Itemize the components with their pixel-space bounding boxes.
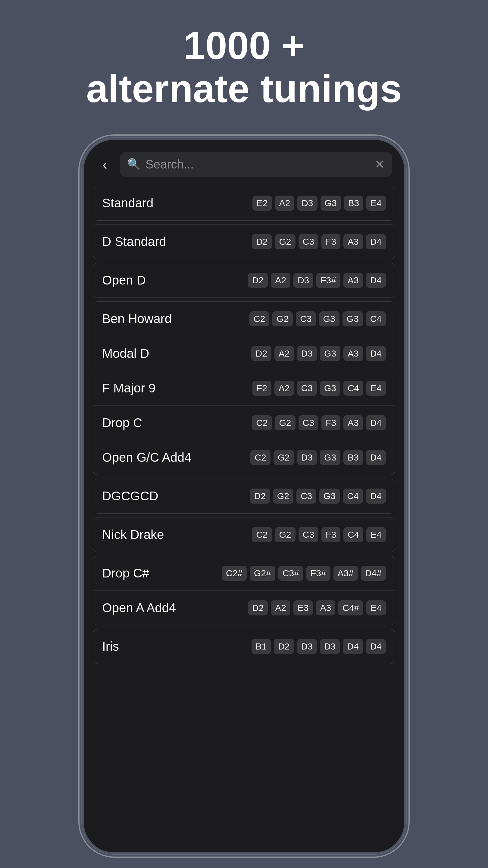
tuning-name: F Major 9 (102, 381, 156, 396)
note-badge: C3 (298, 234, 318, 249)
note-badge: B1 (252, 639, 271, 654)
note-badge: G3 (320, 450, 340, 465)
note-badge: C4 (344, 527, 363, 542)
tuning-row[interactable]: Open G/C Add4C2G2D3G3B3D4 (93, 440, 395, 475)
tuning-row[interactable]: Modal DD2A2D3G3A3D4 (93, 336, 395, 371)
tuning-notes: C2G2C3F3C4E4 (252, 527, 386, 542)
tuning-row[interactable]: StandardE2A2D3G3B3E4 (93, 186, 395, 221)
tuning-name: Drop C (102, 415, 142, 430)
back-button[interactable]: ‹ (96, 155, 114, 173)
note-badge: F3# (316, 273, 340, 288)
tuning-name: D Standard (102, 235, 166, 249)
phone-mockup: ‹ 🔍 Search... ✕ StandardE2A2D3G3B3E4D St… (78, 134, 410, 858)
note-badge: A2 (271, 273, 290, 288)
note-badge: D2 (251, 346, 271, 361)
note-badge: A3 (344, 346, 363, 361)
note-badge: D3 (297, 346, 317, 361)
tuning-row[interactable]: Drop CC2G2C3F3A3D4 (93, 406, 395, 440)
note-badge: D4 (366, 346, 386, 361)
note-badge: D4# (361, 566, 386, 581)
note-badge: E3 (293, 600, 313, 615)
note-badge: D4 (343, 639, 363, 654)
tuning-notes: B1D2D3D3D4D4 (252, 639, 386, 654)
note-badge: C2 (250, 450, 270, 465)
hero-title-line1: 1000 + (86, 24, 401, 67)
note-badge: A2 (275, 195, 295, 211)
note-badge: E4 (366, 381, 386, 396)
tuning-row[interactable]: Open A Add4D2A2E3A3C4#E4 (93, 591, 395, 625)
note-badge: C2 (252, 527, 272, 542)
search-bar: ‹ 🔍 Search... ✕ (84, 140, 404, 183)
note-badge: G2 (275, 234, 295, 249)
tuning-notes: D2A2D3G3A3D4 (251, 346, 386, 361)
note-badge: G3 (343, 311, 363, 327)
note-badge: G3 (320, 346, 340, 361)
note-badge: C3 (296, 311, 316, 327)
note-badge: C4 (343, 489, 363, 504)
note-badge: C3 (296, 489, 316, 504)
note-badge: G2# (250, 566, 275, 581)
tuning-notes: D2G2C3G3C4D4 (250, 489, 386, 504)
tuning-row[interactable]: DGCGCDD2G2C3G3C4D4 (93, 478, 395, 514)
note-badge: E4 (366, 195, 386, 211)
note-badge: D3 (320, 639, 340, 654)
search-clear-icon[interactable]: ✕ (375, 157, 385, 171)
note-badge: G2 (273, 450, 294, 465)
note-badge: B3 (344, 450, 363, 465)
note-badge: B3 (344, 195, 364, 211)
note-badge: D3 (297, 639, 317, 654)
note-badge: D2 (252, 234, 272, 249)
tuning-name: Modal D (102, 346, 149, 361)
tuning-row[interactable]: Nick DrakeC2G2C3F3C4E4 (93, 517, 395, 552)
note-badge: G2 (275, 527, 295, 542)
tuning-name: Iris (102, 639, 119, 654)
note-badge: D4 (366, 639, 386, 654)
tuning-row[interactable]: D StandardD2G2C3F3A3D4 (93, 224, 395, 259)
phone-screen: ‹ 🔍 Search... ✕ StandardE2A2D3G3B3E4D St… (84, 140, 404, 852)
note-badge: D2 (248, 273, 268, 288)
tuning-name: Drop C# (102, 566, 149, 581)
tuning-name: DGCGCD (102, 489, 158, 503)
note-badge: C3 (297, 381, 317, 396)
tuning-row[interactable]: Drop C#C2#G2#C3#F3#A3#D4# (93, 556, 395, 591)
note-badge: D2 (248, 600, 268, 615)
note-badge: E4 (366, 527, 386, 542)
note-badge: C2# (222, 566, 247, 581)
search-placeholder-text: Search... (145, 158, 194, 171)
tuning-row[interactable]: Ben HowardC2G2C3G3G3C4 (93, 301, 395, 336)
search-field[interactable]: 🔍 Search... ✕ (120, 152, 392, 177)
note-badge: F3 (321, 234, 340, 249)
note-badge: A3 (344, 415, 363, 430)
tuning-name: Open D (102, 273, 146, 287)
note-badge: E4 (366, 600, 386, 615)
note-badge: C3# (278, 566, 303, 581)
note-badge: G3 (319, 489, 340, 504)
note-badge: G3 (321, 195, 341, 211)
note-badge: C4# (338, 600, 363, 615)
note-badge: G3 (319, 311, 339, 327)
tuning-name: Standard (102, 196, 153, 210)
note-badge: D4 (366, 415, 386, 430)
tuning-row[interactable]: IrisB1D2D3D3D4D4 (93, 629, 395, 664)
note-badge: A3 (316, 600, 335, 615)
hero-header: 1000 + alternate tunings (86, 24, 401, 110)
hero-title-line2: alternate tunings (86, 67, 401, 110)
note-badge: A2 (271, 600, 290, 615)
note-badge: F3 (321, 527, 340, 542)
note-badge: D2 (274, 639, 294, 654)
note-badge: C4 (344, 381, 363, 396)
tuning-row[interactable]: F Major 9F2A2C3G3C4E4 (93, 371, 395, 406)
note-badge: C3 (298, 527, 318, 542)
note-badge: D4 (366, 234, 386, 249)
tuning-notes: C2G2D3G3B3D4 (250, 450, 386, 465)
tuning-name: Open G/C Add4 (102, 450, 192, 465)
search-icon: 🔍 (127, 158, 141, 170)
note-badge: D4 (366, 450, 386, 465)
note-badge: F3 (321, 415, 340, 430)
tuning-row[interactable]: Open DD2A2D3F3#A3D4 (93, 263, 395, 298)
note-badge: A3# (333, 566, 358, 581)
note-badge: F2 (253, 381, 271, 396)
note-badge: D3 (293, 273, 313, 288)
note-badge: C2 (250, 311, 269, 327)
note-badge: G2 (272, 311, 293, 327)
